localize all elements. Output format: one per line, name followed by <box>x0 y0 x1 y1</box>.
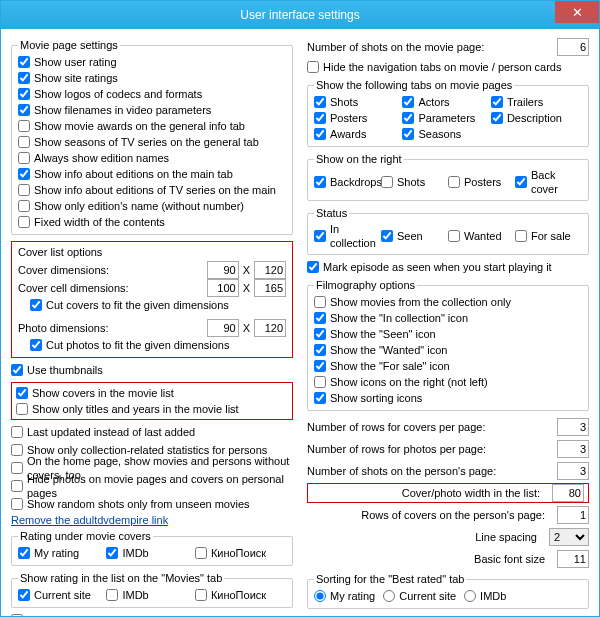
cb-only-titles[interactable]: Show only titles and years in the movie … <box>16 401 288 417</box>
chk-thumbs[interactable] <box>11 364 23 376</box>
cb-tab-trailers[interactable]: Trailers <box>491 94 579 110</box>
close-button[interactable]: ✕ <box>555 1 599 23</box>
cb-backdrops[interactable]: Backdrops <box>314 168 381 196</box>
chk-cut-covers[interactable] <box>30 299 42 311</box>
rad-current-site[interactable]: Current site <box>383 588 456 604</box>
chk-hide-photos[interactable] <box>11 480 23 492</box>
cb-tab-posters[interactable]: Posters <box>314 110 402 126</box>
rad-imdb[interactable]: IMDb <box>464 588 506 604</box>
chk-random-unseen[interactable] <box>11 498 23 510</box>
chk-kino2[interactable] <box>195 589 207 601</box>
rows-photos-input[interactable] <box>557 440 589 458</box>
chk-last-updated[interactable] <box>11 426 23 438</box>
cb-imdb2[interactable]: IMDb <box>106 587 194 603</box>
chk-edition-names[interactable] <box>18 152 30 164</box>
remove-adultdvdempire-link[interactable]: Remove the adultdvdempire link <box>11 514 293 526</box>
cb-disc-numbers[interactable]: Show disc numbers in the movie list <box>11 612 293 617</box>
cb-kino2[interactable]: КиноПоиск <box>195 587 283 603</box>
font-size-input[interactable] <box>557 550 589 568</box>
chk-seasons-general[interactable] <box>18 136 30 148</box>
photo-h-input[interactable] <box>254 319 286 337</box>
cb-tab-actors[interactable]: Actors <box>402 94 490 110</box>
cb-tab-desc[interactable]: Description <box>491 110 579 126</box>
cover-h-input[interactable] <box>254 261 286 279</box>
cb-mark-episode[interactable]: Mark episode as seen when you start play… <box>307 259 589 275</box>
cb-kino[interactable]: КиноПоиск <box>195 545 283 561</box>
photo-w-input[interactable] <box>207 319 239 337</box>
cover-w-input[interactable] <box>207 261 239 279</box>
cb-filmo-seen[interactable]: Show the "Seen" icon <box>314 326 582 342</box>
chk-editions-main[interactable] <box>18 168 30 180</box>
cb-thumbs[interactable]: Use thumbnails <box>11 362 293 378</box>
cb-show-covers[interactable]: Show covers in the movie list <box>16 385 288 401</box>
chk-only-titles[interactable] <box>16 403 28 415</box>
cb-cut-photos[interactable]: Cut photos to fit the given dimensions <box>30 337 286 353</box>
chk-logos[interactable] <box>18 88 30 100</box>
line-spacing-select[interactable]: 2 <box>549 528 589 546</box>
cb-my-rating[interactable]: My rating <box>18 545 106 561</box>
rows-person-input[interactable] <box>557 506 589 524</box>
chk-fixed-width[interactable] <box>18 216 30 228</box>
cb-edition-names[interactable]: Always show edition names <box>18 150 286 166</box>
chk-imdb2[interactable] <box>106 589 118 601</box>
cb-last-updated[interactable]: Last updated instead of last added <box>11 424 293 440</box>
cb-imdb[interactable]: IMDb <box>106 545 194 561</box>
chk-awards-general[interactable] <box>18 120 30 132</box>
chk-current-site[interactable] <box>18 589 30 601</box>
rows-covers-input[interactable] <box>557 418 589 436</box>
cell-h-input[interactable] <box>254 279 286 297</box>
cb-user-rating[interactable]: Show user rating <box>18 54 286 70</box>
shots-person-input[interactable] <box>557 462 589 480</box>
chk-editions-tv[interactable] <box>18 184 30 196</box>
cb-current-site[interactable]: Current site <box>18 587 106 603</box>
cb-tab-params[interactable]: Parameters <box>402 110 490 126</box>
cb-editions-main[interactable]: Show info about editions on the main tab <box>18 166 286 182</box>
cb-right-shots[interactable]: Shots <box>381 168 448 196</box>
cb-filmo-wanted[interactable]: Show the "Wanted" icon <box>314 342 582 358</box>
chk-coll-stats[interactable] <box>11 444 23 456</box>
rad-my-rating[interactable]: My rating <box>314 588 375 604</box>
cb-fixed-width[interactable]: Fixed width of the contents <box>18 214 286 230</box>
chk-site-ratings[interactable] <box>18 72 30 84</box>
cb-filmo-sorting[interactable]: Show sorting icons <box>314 390 582 406</box>
chk-my-rating[interactable] <box>18 547 30 559</box>
cb-right-posters[interactable]: Posters <box>448 168 515 196</box>
chk-imdb[interactable] <box>106 547 118 559</box>
cover-width-input[interactable] <box>552 484 584 502</box>
cb-random-unseen[interactable]: Show random shots only from unseen movie… <box>11 496 293 512</box>
cb-seasons-general[interactable]: Show seasons of TV series on the general… <box>18 134 286 150</box>
chk-show-covers[interactable] <box>16 387 28 399</box>
cb-tab-shots[interactable]: Shots <box>314 94 402 110</box>
cell-w-input[interactable] <box>207 279 239 297</box>
cb-st-seen[interactable]: Seen <box>381 222 448 250</box>
cb-cut-covers[interactable]: Cut covers to fit the given dimensions <box>30 297 286 313</box>
cb-tab-seasons[interactable]: Seasons <box>402 126 490 142</box>
left-column: Movie page settings Show user rating Sho… <box>11 37 293 608</box>
cb-filenames[interactable]: Show filenames in video parameters <box>18 102 286 118</box>
cb-awards-general[interactable]: Show movie awards on the general info ta… <box>18 118 286 134</box>
chk-only-edition[interactable] <box>18 200 30 212</box>
cb-hide-nav[interactable]: Hide the navigation tabs on movie / pers… <box>307 59 589 75</box>
cb-st-incoll[interactable]: In collection <box>314 222 381 250</box>
chk-user-rating[interactable] <box>18 56 30 68</box>
cb-filmo-coll[interactable]: Show movies from the collection only <box>314 294 582 310</box>
cb-editions-tv[interactable]: Show info about editions of TV series on… <box>18 182 286 198</box>
chk-filenames[interactable] <box>18 104 30 116</box>
cb-only-edition[interactable]: Show only edition's name (without number… <box>18 198 286 214</box>
cb-filmo-incoll[interactable]: Show the "In collection" icon <box>314 310 582 326</box>
cb-st-wanted[interactable]: Wanted <box>448 222 515 250</box>
cb-logos[interactable]: Show logos of codecs and formats <box>18 86 286 102</box>
cb-filmo-forsale[interactable]: Show the "For sale" icon <box>314 358 582 374</box>
cb-back-cover[interactable]: Back cover <box>515 168 582 196</box>
cb-hide-photos[interactable]: Hide photos on movie pages and covers on… <box>11 478 293 494</box>
filmo-group: Filmography options Show movies from the… <box>307 279 589 411</box>
chk-home-nocovers[interactable] <box>11 462 23 474</box>
cb-filmo-right[interactable]: Show icons on the right (not left) <box>314 374 582 390</box>
chk-cut-photos[interactable] <box>30 339 42 351</box>
shots-movie-input[interactable] <box>557 38 589 56</box>
cb-site-ratings[interactable]: Show site ratings <box>18 70 286 86</box>
chk-kino[interactable] <box>195 547 207 559</box>
cb-st-forsale[interactable]: For sale <box>515 222 582 250</box>
chk-hide-nav[interactable] <box>307 61 319 73</box>
cb-tab-awards[interactable]: Awards <box>314 126 402 142</box>
